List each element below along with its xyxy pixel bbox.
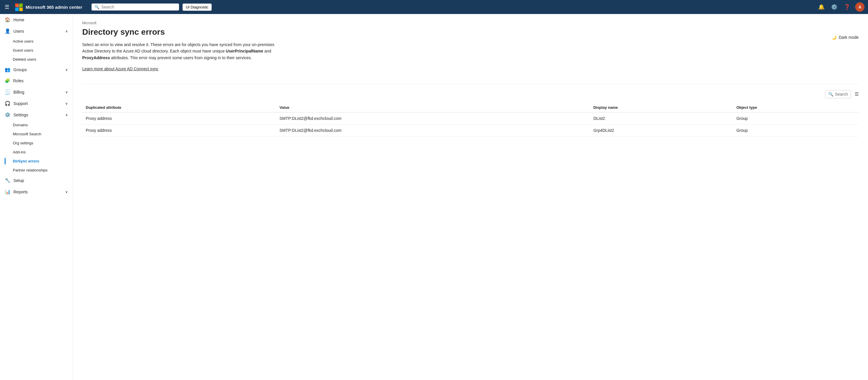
settings-chevron-icon: ∧ xyxy=(65,113,68,117)
layout: 🏠 Home 👤 Users ∧ Active users Guest user… xyxy=(0,14,868,380)
sidebar-item-home-label: Home xyxy=(13,18,24,22)
home-icon: 🏠 xyxy=(5,17,10,23)
sidebar-item-billing-label: Billing xyxy=(13,90,24,94)
sidebar-item-org-settings[interactable]: Org settings xyxy=(13,139,72,148)
sidebar-item-active-users[interactable]: Active users xyxy=(13,37,72,46)
table-toolbar: 🔍 Search ☰ xyxy=(82,90,859,98)
sidebar-item-groups[interactable]: 👥 Groups ∨ xyxy=(0,64,72,75)
page-title: Directory sync errors xyxy=(82,27,859,37)
users-icon: 👤 xyxy=(5,28,10,34)
sidebar-item-dirsync-errors[interactable]: DirSync errors xyxy=(13,156,72,166)
sidebar-item-support-label: Support xyxy=(13,101,28,106)
sidebar-item-add-ins[interactable]: Add-ins xyxy=(13,148,72,156)
main-content: 🌙 Dark mode Microsoft Directory sync err… xyxy=(73,14,868,380)
dark-mode-icon: 🌙 xyxy=(832,35,837,40)
cell-value-1: SMTP:DList2@fkd.exchcloud.com xyxy=(276,124,590,136)
col-object-type: Object type xyxy=(733,103,859,112)
billing-chevron-icon: ∨ xyxy=(65,90,68,94)
sidebar-item-groups-label: Groups xyxy=(13,67,27,72)
sidebar-item-users[interactable]: 👤 Users ∧ xyxy=(0,25,72,37)
table-search[interactable]: 🔍 Search xyxy=(825,90,851,98)
sidebar-item-users-label: Users xyxy=(13,29,24,33)
groups-icon: 👥 xyxy=(5,67,10,72)
cell-object-type-1: Group xyxy=(733,124,859,136)
sidebar-item-roles-label: Roles xyxy=(13,79,24,83)
col-duplicated-attribute: Duplicated attribute xyxy=(82,103,276,112)
users-chevron-icon: ∧ xyxy=(65,29,68,33)
cell-display-name-0: DList2 xyxy=(590,112,733,124)
sidebar-item-partner-relationships[interactable]: Partner relationships xyxy=(13,166,72,175)
settings-icon: ⚙️ xyxy=(5,112,10,118)
filter-icon[interactable]: ☰ xyxy=(855,91,859,97)
table-header: Duplicated attribute Value Display name … xyxy=(82,103,859,112)
ui-diagnostic-button[interactable]: UI Diagnostic xyxy=(183,3,211,11)
sidebar-item-deleted-users[interactable]: Deleted users xyxy=(13,55,72,64)
sidebar-item-setup-label: Setup xyxy=(13,178,24,183)
sidebar: 🏠 Home 👤 Users ∧ Active users Guest user… xyxy=(0,14,73,380)
reports-chevron-icon: ∨ xyxy=(65,190,68,194)
sidebar-item-settings[interactable]: ⚙️ Settings ∧ xyxy=(0,109,72,120)
table-header-row: Duplicated attribute Value Display name … xyxy=(82,103,859,112)
table-row[interactable]: Proxy address SMTP:DList2@fkd.exchcloud.… xyxy=(82,112,859,124)
reports-icon: 📊 xyxy=(5,189,10,195)
hamburger-button[interactable]: ☰ xyxy=(3,3,10,11)
sidebar-item-setup[interactable]: 🔧 Setup xyxy=(0,175,72,186)
avatar[interactable]: A xyxy=(855,2,865,12)
errors-table: Duplicated attribute Value Display name … xyxy=(82,103,859,137)
sidebar-item-guest-users[interactable]: Guest users xyxy=(13,46,72,55)
content-divider xyxy=(82,84,859,84)
search-icon: 🔍 xyxy=(94,5,99,9)
app-logo: Microsoft 365 admin center xyxy=(14,2,82,12)
users-submenu: Active users Guest users Deleted users xyxy=(0,37,72,64)
breadcrumb: Microsoft xyxy=(82,21,859,25)
help-icon[interactable]: ❓ xyxy=(842,2,852,12)
app-title: Microsoft 365 admin center xyxy=(26,5,82,10)
svg-point-0 xyxy=(16,5,21,8)
table-row[interactable]: Proxy address SMTP:DList2@fkd.exchcloud.… xyxy=(82,124,859,136)
search-input[interactable] xyxy=(101,5,176,9)
roles-icon: 🧩 xyxy=(5,78,10,83)
settings-icon[interactable]: ⚙️ xyxy=(830,2,839,12)
notifications-icon[interactable]: 🔔 xyxy=(817,2,826,12)
sidebar-item-reports[interactable]: 📊 Reports ∨ xyxy=(0,186,72,198)
learn-more-link[interactable]: Learn more about Azure AD Connect sync xyxy=(82,66,158,72)
top-nav: ☰ Microsoft 365 admin center 🔍 UI Diagno… xyxy=(0,0,868,14)
col-value: Value xyxy=(276,103,590,112)
settings-submenu: Domains Microsoft Search Org settings Ad… xyxy=(0,120,72,175)
billing-icon: 🧾 xyxy=(5,89,10,95)
sidebar-item-domains[interactable]: Domains xyxy=(13,120,72,129)
sidebar-item-roles[interactable]: 🧩 Roles xyxy=(0,75,72,86)
sidebar-item-home[interactable]: 🏠 Home xyxy=(0,14,72,25)
setup-icon: 🔧 xyxy=(5,178,10,183)
sidebar-item-reports-label: Reports xyxy=(13,189,28,194)
top-nav-icons: 🔔 ⚙️ ❓ A xyxy=(817,2,865,12)
sidebar-item-microsoft-search[interactable]: Microsoft Search xyxy=(13,129,72,139)
support-chevron-icon: ∨ xyxy=(65,101,68,106)
table-search-label: Search xyxy=(835,92,848,96)
sidebar-item-billing[interactable]: 🧾 Billing ∨ xyxy=(0,86,72,98)
cell-display-name-1: Grp4DList2 xyxy=(590,124,733,136)
sidebar-item-settings-label: Settings xyxy=(13,113,28,117)
table-body: Proxy address SMTP:DList2@fkd.exchcloud.… xyxy=(82,112,859,137)
cell-duplicated-attribute-1: Proxy address xyxy=(82,124,276,136)
cell-value-0: SMTP:DList2@fkd.exchcloud.com xyxy=(276,112,590,124)
dark-mode-toggle[interactable]: 🌙 Dark mode xyxy=(832,35,859,40)
page-description: Select an error to view and resolve it. … xyxy=(82,41,286,61)
sidebar-item-support[interactable]: 🎧 Support ∨ xyxy=(0,98,72,109)
support-icon: 🎧 xyxy=(5,100,10,106)
search-bar[interactable]: 🔍 xyxy=(92,3,179,10)
col-display-name: Display name xyxy=(590,103,733,112)
cell-duplicated-attribute-0: Proxy address xyxy=(82,112,276,124)
microsoft-logo-icon xyxy=(14,2,23,12)
dark-mode-label: Dark mode xyxy=(839,35,859,40)
cell-object-type-0: Group xyxy=(733,112,859,124)
table-search-icon: 🔍 xyxy=(828,92,833,96)
groups-chevron-icon: ∨ xyxy=(65,68,68,72)
